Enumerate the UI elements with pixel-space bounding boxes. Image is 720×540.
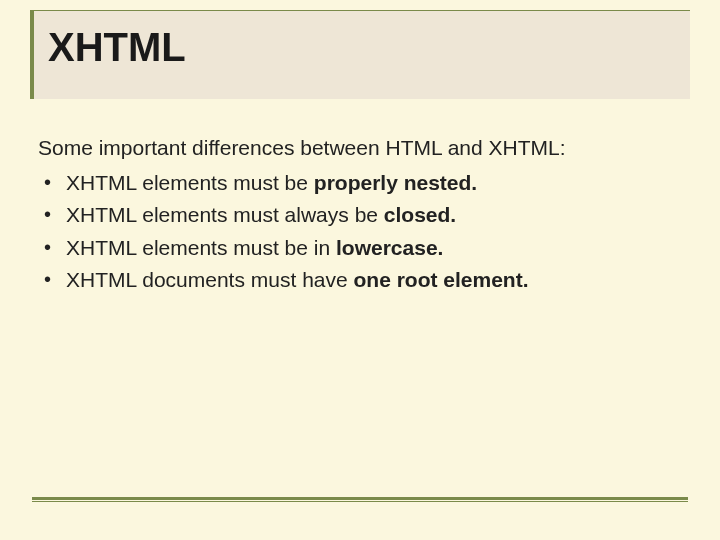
list-item: XHTML documents must have one root eleme… [38,264,682,297]
list-item: XHTML elements must be properly nested. [38,167,682,200]
bullet-bold: properly nested. [314,171,477,194]
body-content: Some important differences between HTML … [38,132,682,297]
intro-text: Some important differences between HTML … [38,132,682,165]
bullet-bold: lowercase. [336,236,443,259]
bullet-text: XHTML documents must have [66,268,354,291]
title-container: XHTML [30,10,690,99]
title-box: XHTML [30,10,690,99]
bullet-text: XHTML elements must always be [66,203,384,226]
slide-title: XHTML [48,25,674,69]
slide: XHTML Some important differences between… [0,0,720,540]
bullet-text: XHTML elements must be in [66,236,336,259]
footer-rule [32,497,688,500]
bullet-text: XHTML elements must be [66,171,314,194]
list-item: XHTML elements must be in lowercase. [38,232,682,265]
bullet-bold: closed. [384,203,456,226]
list-item: XHTML elements must always be closed. [38,199,682,232]
bullet-bold: one root element. [354,268,529,291]
bullet-list: XHTML elements must be properly nested. … [38,167,682,297]
